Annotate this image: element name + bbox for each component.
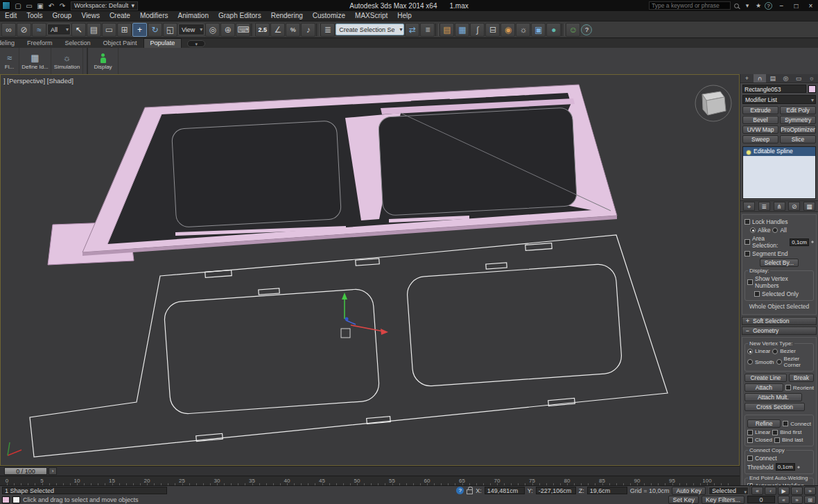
material-editor-icon[interactable]: ◉: [501, 23, 515, 37]
viewport-label[interactable]: ] [Perspective] [Shaded]: [3, 77, 73, 85]
select-and-link-icon[interactable]: ∞: [1, 23, 16, 37]
undo-icon[interactable]: ↶: [46, 1, 57, 10]
menu-item[interactable]: Group: [48, 11, 77, 21]
command-tab-create[interactable]: +: [740, 74, 754, 82]
ribbon-minimize-toggle[interactable]: ▾: [187, 40, 205, 47]
show-vertex-numbers-checkbox[interactable]: [747, 279, 753, 285]
populate-people-icon[interactable]: ☺: [566, 23, 580, 37]
remove-modifier-icon[interactable]: ⊘: [788, 202, 800, 211]
edit-named-selection-sets-icon[interactable]: ≣: [320, 23, 335, 37]
shaded-spline-object[interactable]: [48, 85, 617, 265]
select-and-scale-icon[interactable]: ◱: [163, 23, 177, 37]
stack-item[interactable]: Editable Spline: [743, 147, 815, 156]
close-button[interactable]: ×: [803, 1, 818, 10]
previous-key-button[interactable]: «: [778, 496, 790, 504]
geometry-rollout-header[interactable]: − Geometry: [742, 327, 817, 335]
modifier-button[interactable]: Symmetry: [780, 116, 816, 124]
time-slider-handle[interactable]: 0 / 100: [4, 467, 47, 475]
render-production-icon[interactable]: ●: [546, 23, 561, 37]
search-input[interactable]: [649, 1, 731, 10]
open-file-icon[interactable]: ▭: [24, 1, 35, 10]
area-selection-checkbox[interactable]: [745, 239, 750, 245]
transform-gizmo[interactable]: [341, 293, 388, 338]
area-selection-spinner[interactable]: [811, 239, 814, 245]
track-bar[interactable]: 0510152025303540455055606570758085909510…: [0, 476, 740, 485]
command-tab-motion[interactable]: ◎: [779, 74, 792, 82]
minimize-button[interactable]: −: [774, 1, 789, 10]
bind-last-checkbox[interactable]: [774, 437, 780, 443]
select-and-move-icon[interactable]: +: [132, 23, 147, 37]
spinner-snap-icon[interactable]: ♪: [301, 23, 315, 37]
maxscript-mini-listener-white[interactable]: [12, 496, 20, 503]
attach-button[interactable]: Attach: [745, 383, 783, 392]
render-setup-icon[interactable]: ☼: [516, 23, 530, 37]
command-tab-modify[interactable]: ∩: [754, 74, 767, 82]
isolate-help-icon[interactable]: ?: [456, 487, 464, 494]
flow-button[interactable]: Fl...: [0, 48, 19, 74]
reference-coordinate-system-dropdown[interactable]: View: [178, 24, 204, 35]
menu-item[interactable]: Graph Editors: [214, 11, 266, 21]
modifier-button[interactable]: Slice: [780, 135, 816, 144]
time-configuration-button[interactable]: ⊞: [804, 496, 816, 504]
display-button[interactable]: Display: [87, 48, 119, 74]
select-and-manipulate-icon[interactable]: ⊕: [220, 23, 235, 37]
schematic-view-icon[interactable]: ⊟: [485, 23, 500, 37]
y-coordinate-field[interactable]: -227,106cm: [536, 487, 576, 494]
app-icon[interactable]: [2, 1, 10, 10]
configure-modifier-sets-icon[interactable]: ▦: [803, 202, 815, 211]
x-coordinate-field[interactable]: 149,481cm: [485, 487, 525, 494]
menu-item[interactable]: Views: [76, 11, 105, 21]
modifier-button[interactable]: ProOptimizer: [780, 125, 816, 134]
command-tab-hierarchy[interactable]: ▤: [766, 74, 779, 82]
ribbon-tab[interactable]: Populate: [143, 38, 182, 48]
mirror-icon[interactable]: ⇄: [405, 23, 419, 37]
pin-stack-icon[interactable]: ⌖: [743, 202, 755, 211]
all-radio[interactable]: [772, 227, 778, 233]
ribbon-tab[interactable]: Freeform: [21, 39, 59, 48]
next-frame-button[interactable]: ›: [791, 487, 803, 495]
perspective-viewport[interactable]: ] [Perspective] [Shaded]: [0, 74, 740, 466]
object-color-swatch[interactable]: [808, 85, 816, 93]
bind-to-space-warp-icon[interactable]: ≈: [32, 23, 46, 37]
time-slider-next-button[interactable]: ›: [49, 467, 57, 475]
reorient-checkbox[interactable]: [785, 385, 791, 390]
refine-linear-checkbox[interactable]: [747, 430, 753, 435]
object-name-field[interactable]: Rectangle053: [742, 85, 806, 93]
play-button[interactable]: ▶: [778, 487, 790, 495]
selection-lock-icon[interactable]: [467, 489, 473, 494]
connect-copy-threshold-field[interactable]: 0,1cm: [776, 463, 795, 471]
selected-only-checkbox[interactable]: [754, 291, 760, 297]
linear-vertex-radio[interactable]: [747, 349, 753, 354]
modifier-button[interactable]: Extrude: [742, 106, 778, 114]
maximize-button[interactable]: □: [789, 1, 803, 10]
ribbon-tab[interactable]: Object Paint: [97, 39, 143, 48]
snaps-toggle-icon[interactable]: 2.5: [255, 23, 270, 37]
help-icon[interactable]: ?: [765, 2, 772, 10]
ribbon-tab[interactable]: Selection: [59, 39, 97, 48]
bind-first-checkbox[interactable]: [772, 430, 778, 435]
bezier-corner-vertex-radio[interactable]: [776, 359, 782, 365]
manage-layers-icon[interactable]: ▤: [440, 23, 454, 37]
area-selection-field[interactable]: 0,1cm: [790, 238, 809, 246]
select-by-name-icon[interactable]: ▤: [87, 23, 101, 37]
redo-icon[interactable]: ↷: [57, 1, 68, 10]
soft-selection-rollout-header[interactable]: + Soft Selection: [742, 317, 817, 325]
cross-section-button[interactable]: Cross Section: [745, 403, 805, 411]
previous-frame-button[interactable]: ‹: [765, 487, 776, 495]
menu-item[interactable]: Animation: [173, 11, 213, 21]
modifier-button[interactable]: UVW Map: [742, 125, 778, 134]
menu-item[interactable]: Modifiers: [135, 11, 173, 21]
use-pivot-point-center-icon[interactable]: ◎: [205, 23, 220, 37]
menu-item[interactable]: Tools: [21, 11, 47, 21]
keyboard-shortcut-override-icon[interactable]: ⌨: [236, 23, 250, 37]
lock-handles-checkbox[interactable]: [745, 219, 750, 225]
go-to-start-button[interactable]: «: [751, 487, 763, 495]
go-to-end-button[interactable]: »: [804, 487, 816, 495]
favorites-icon[interactable]: ★: [754, 2, 763, 10]
command-tab-display[interactable]: ▭: [792, 74, 806, 82]
modifier-stack[interactable]: Editable Spline: [742, 146, 816, 199]
modifier-button[interactable]: Sweep: [742, 135, 778, 144]
time-slider[interactable]: 0 / 100 ›: [0, 466, 740, 476]
workspace-dropdown[interactable]: Workspace: Default ▾: [71, 1, 138, 10]
graphite-modeling-tools-icon[interactable]: ▦: [455, 23, 469, 37]
